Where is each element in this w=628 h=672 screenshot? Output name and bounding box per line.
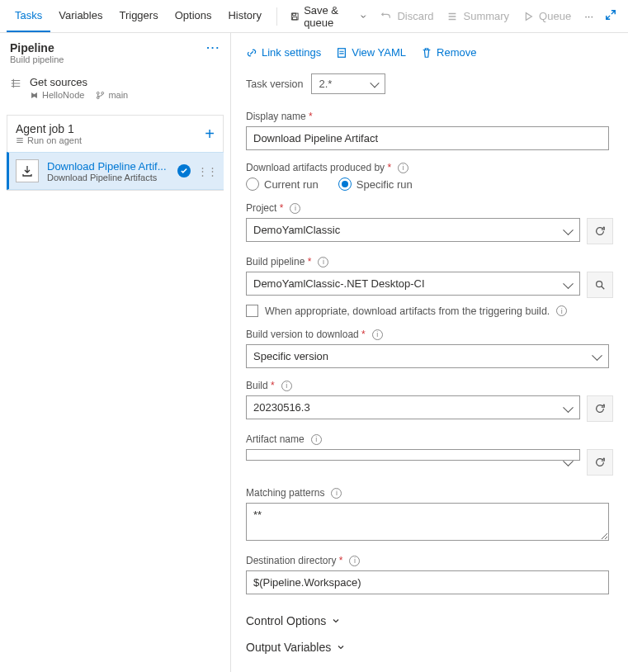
view-yaml-button[interactable]: View YAML <box>336 46 406 59</box>
build-select[interactable]: 20230516.3 <box>246 395 580 419</box>
pipeline-more-button[interactable]: ··· <box>206 41 220 64</box>
refresh-button[interactable] <box>587 449 613 476</box>
pipeline-title: Pipeline <box>10 41 64 54</box>
trigger-checkbox-label: When appropriate, download artifacts fro… <box>265 305 550 317</box>
chevron-down-icon <box>336 642 346 652</box>
info-icon[interactable]: i <box>311 434 322 445</box>
top-tabs: Tasks Variables Triggers Options History… <box>0 0 628 33</box>
agent-job-header[interactable]: Agent job 1 Run on agent + <box>7 116 223 152</box>
artifact-name-label: Artifact name <box>246 433 305 445</box>
discard-button[interactable]: Discard <box>374 5 440 28</box>
refresh-icon <box>594 225 606 237</box>
right-panel: Link settings View YAML Remove Task vers… <box>231 33 628 672</box>
svg-rect-2 <box>292 17 296 19</box>
expand-button[interactable] <box>600 9 621 23</box>
chevron-down-icon <box>359 11 367 22</box>
radio-specific-run[interactable]: Specific run <box>338 177 413 191</box>
svg-rect-1 <box>292 13 295 16</box>
trash-icon <box>421 47 432 59</box>
build-version-select[interactable]: Specific version <box>246 344 609 368</box>
project-label: Project <box>246 202 276 214</box>
get-sources-icon <box>10 78 21 92</box>
left-panel: Pipeline Build pipeline ··· Get sources … <box>0 33 231 672</box>
svg-rect-6 <box>338 48 346 57</box>
task-version-label: Task version <box>246 78 303 90</box>
dest-dir-label: Destination directory <box>246 555 336 566</box>
search-button[interactable] <box>587 272 613 298</box>
svg-point-4 <box>102 92 104 94</box>
add-task-button[interactable]: + <box>205 125 215 144</box>
download-by-label: Download artifacts produced by <box>246 162 385 173</box>
build-label: Build <box>246 380 268 391</box>
save-queue-button[interactable]: Save & queue <box>284 5 375 28</box>
tab-variables[interactable]: Variables <box>50 0 111 32</box>
display-name-input[interactable] <box>246 126 609 150</box>
info-icon[interactable]: i <box>556 305 567 316</box>
repo-name: HelloNode <box>30 90 84 100</box>
task-version-select[interactable]: 2.* <box>311 73 385 94</box>
info-icon[interactable]: i <box>318 257 328 267</box>
pipeline-subtitle: Build pipeline <box>10 54 64 64</box>
build-version-label: Build version to download <box>246 329 359 340</box>
task-status-icon <box>177 164 191 177</box>
separator <box>276 7 277 26</box>
queue-label: Queue <box>539 10 571 22</box>
agent-job-block: Agent job 1 Run on agent + Download Pipe… <box>7 115 224 191</box>
task-title: Download Pipeline Artif... <box>47 160 177 173</box>
branch-name: main <box>96 90 128 100</box>
output-variables-section[interactable]: Output Variables <box>246 632 613 659</box>
expand-icon <box>605 9 616 21</box>
build-pipeline-label: Build pipeline <box>246 256 305 267</box>
build-pipeline-select[interactable]: DemoYamlClassic-.NET Desktop-CI <box>246 272 580 296</box>
play-icon <box>522 11 534 22</box>
info-icon[interactable]: i <box>372 329 383 340</box>
more-button[interactable]: ··· <box>578 5 600 28</box>
link-settings-button[interactable]: Link settings <box>246 46 321 59</box>
radio-icon <box>246 177 259 191</box>
agent-job-title: Agent job 1 <box>16 122 82 135</box>
info-icon[interactable]: i <box>290 203 300 214</box>
trigger-checkbox[interactable] <box>246 305 258 317</box>
drag-handle-icon[interactable]: ⋮⋮ <box>196 165 219 177</box>
info-icon[interactable]: i <box>281 381 292 391</box>
refresh-button[interactable] <box>587 218 613 244</box>
artifact-name-select[interactable] <box>246 449 580 461</box>
info-icon[interactable]: i <box>331 488 342 499</box>
tab-history[interactable]: History <box>220 0 269 32</box>
matching-patterns-input[interactable]: ** <box>246 503 609 541</box>
tab-triggers[interactable]: Triggers <box>111 0 166 32</box>
agent-job-sub: Run on agent <box>16 135 82 145</box>
info-icon[interactable]: i <box>349 556 360 566</box>
document-icon <box>336 47 347 59</box>
info-icon[interactable]: i <box>398 163 408 173</box>
save-icon <box>290 11 299 22</box>
queue-button[interactable]: Queue <box>516 5 578 28</box>
radio-current-run[interactable]: Current run <box>246 177 319 191</box>
link-icon <box>246 47 257 59</box>
control-options-section[interactable]: Control Options <box>246 606 613 632</box>
summary-label: Summary <box>463 10 509 22</box>
refresh-button[interactable] <box>587 395 613 422</box>
list-icon <box>446 11 458 22</box>
display-name-label: Display name <box>246 111 306 122</box>
save-queue-label: Save & queue <box>304 4 354 29</box>
refresh-icon <box>594 457 606 468</box>
matching-patterns-label: Matching patterns <box>246 487 324 499</box>
task-version-row: Task version 2.* <box>246 73 613 94</box>
tab-tasks[interactable]: Tasks <box>7 0 50 32</box>
remove-button[interactable]: Remove <box>421 46 476 59</box>
summary-button[interactable]: Summary <box>440 5 516 28</box>
radio-selected-icon <box>338 177 352 191</box>
task-row[interactable]: Download Pipeline Artif... Download Pipe… <box>7 152 224 190</box>
get-sources-title: Get sources <box>30 76 220 88</box>
refresh-icon <box>594 403 606 414</box>
tab-options[interactable]: Options <box>167 0 220 32</box>
get-sources-row[interactable]: Get sources HelloNode main <box>0 71 230 108</box>
discard-label: Discard <box>397 10 433 22</box>
svg-point-3 <box>97 92 100 94</box>
undo-icon <box>380 11 392 22</box>
dest-dir-input[interactable] <box>246 570 609 594</box>
task-sub: Download Pipeline Artifacts <box>47 173 177 182</box>
project-select[interactable]: DemoYamlClassic <box>246 218 580 242</box>
svg-point-7 <box>597 282 602 287</box>
